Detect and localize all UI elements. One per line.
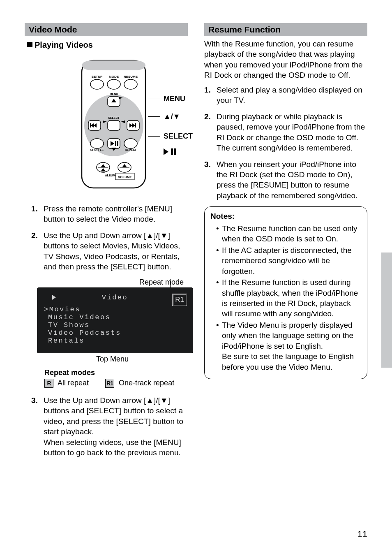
r-icon: R [44, 379, 53, 388]
svg-rect-29 [117, 141, 118, 146]
tv-item: Rentals [44, 337, 186, 345]
tv-item: TV Shows [44, 321, 186, 329]
r1-icon: R1 [105, 379, 114, 388]
svg-point-25 [90, 139, 104, 148]
note-item: The Resume function can be used only whe… [216, 223, 361, 244]
svg-point-3 [107, 79, 120, 89]
left-steps-1: Press the remote controller's [MENU] but… [25, 204, 188, 272]
svg-rect-21 [135, 123, 136, 127]
repeat-mode-label: Repeat mode [25, 278, 184, 287]
callout-arrows: ▲/▼ [164, 112, 180, 121]
callout-menu: MENU [164, 95, 185, 103]
left-column: Video Mode Playing Videos SETUP MODE RES… [25, 23, 188, 463]
tv-item: Music Videos [44, 313, 186, 321]
r-step-3: When you reinsert your iPod/iPhone into … [208, 159, 367, 201]
svg-text:ALBUM/: ALBUM/ [105, 174, 116, 177]
tv-screenshot: Video R1 Movies Music Videos TV Shows Vi… [37, 287, 193, 353]
video-mode-heading: Video Mode [25, 23, 188, 36]
resume-function-heading: Resume Function [204, 23, 367, 36]
svg-rect-16 [90, 123, 91, 127]
svg-text:SELECT: SELECT [108, 116, 120, 119]
page-number: 11 [357, 529, 367, 540]
step-2: Use the Up and Down arrow [▲]/[▼] button… [35, 230, 188, 272]
notes-list: The Resume function can be used only whe… [210, 223, 361, 372]
svg-text:VOLUME: VOLUME [118, 175, 132, 179]
side-tab [381, 253, 392, 368]
svg-rect-1 [82, 60, 145, 70]
notes-box: Notes: The Resume function can be used o… [204, 206, 367, 379]
callout-playpause [164, 148, 178, 155]
all-repeat-label: All repeat [58, 379, 89, 387]
repeat-modes-row: R All repeat R1 One-track repeat [44, 379, 188, 388]
svg-rect-17 [108, 120, 120, 130]
svg-text:SETUP: SETUP [91, 75, 102, 79]
r-step-1: Select and play a song/video displayed o… [208, 85, 367, 106]
one-track-repeat-label: One-track repeat [119, 379, 174, 387]
callout-select: SELECT [164, 132, 193, 141]
square-bullet-icon [27, 42, 32, 47]
repeat-modes-title: Repeat modes [44, 368, 188, 377]
svg-rect-47 [174, 148, 176, 155]
svg-point-4 [124, 79, 137, 89]
svg-text:SHUFFLE: SHUFFLE [90, 148, 104, 151]
play-icon [52, 295, 56, 300]
left-steps-2: Use the Up and Down arrow [▲]/[▼] button… [25, 395, 188, 458]
tv-item: Movies [44, 306, 186, 313]
subhead-text: Playing Videos [35, 40, 93, 49]
tv-title: Video [56, 294, 174, 301]
step-1: Press the remote controller's [MENU] but… [35, 204, 188, 225]
note-item: If the AC adapter is disconnected, the r… [216, 245, 361, 276]
top-menu-label: Top Menu [37, 355, 188, 364]
svg-point-2 [90, 79, 104, 89]
step-3: Use the Up and Down arrow [▲]/[▼] button… [35, 395, 188, 458]
notes-title: Notes: [210, 211, 361, 221]
r1-indicator: R1 [172, 294, 187, 306]
note-item: If the Resume function is used during sh… [216, 277, 361, 319]
right-steps: Select and play a song/video displayed o… [204, 85, 367, 201]
resume-intro: With the Resume function, you can resume… [204, 39, 367, 81]
svg-rect-46 [171, 148, 173, 155]
right-column: Resume Function With the Resume function… [204, 23, 367, 463]
tv-item: Video Podcasts [44, 329, 186, 337]
svg-marker-45 [164, 148, 168, 155]
svg-text:MODE: MODE [109, 75, 119, 79]
svg-text:REPEAT: REPEAT [125, 148, 137, 151]
svg-rect-28 [115, 141, 116, 146]
r-step-2: During playback or while playback is pau… [208, 111, 367, 153]
svg-point-30 [124, 139, 137, 148]
svg-text:RESUME: RESUME [123, 75, 138, 79]
remote-figure: SETUP MODE RESUME MENU SELECT [41, 60, 188, 191]
svg-text:MENU: MENU [109, 93, 118, 95]
note-item: The Video Menu is properly displayed onl… [216, 320, 361, 372]
remote-svg: SETUP MODE RESUME MENU SELECT [78, 60, 152, 191]
playing-videos-subhead: Playing Videos [25, 39, 188, 56]
